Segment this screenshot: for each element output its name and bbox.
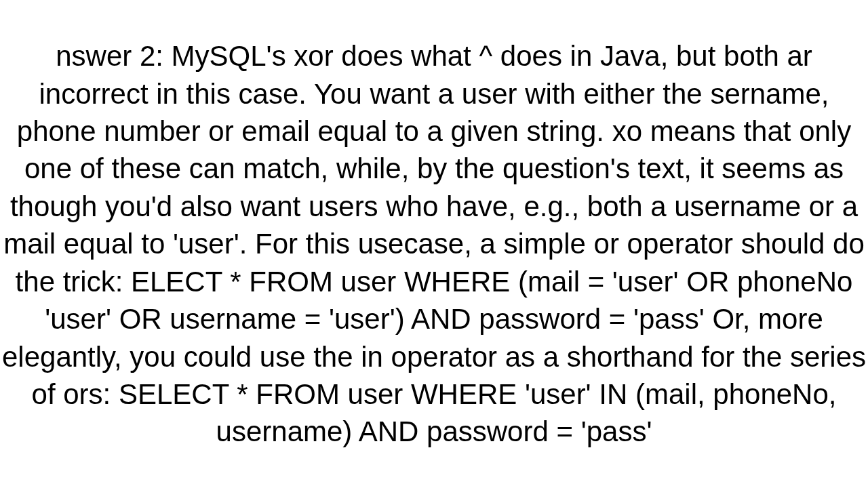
- answer-text-block: nswer 2: MySQL's xor does what ^ does in…: [0, 37, 868, 451]
- answer-body: nswer 2: MySQL's xor does what ^ does in…: [0, 37, 868, 451]
- answer-paragraph: MySQL's xor does what ^ does in Java, bu…: [2, 40, 866, 447]
- answer-label: nswer 2:: [56, 40, 171, 72]
